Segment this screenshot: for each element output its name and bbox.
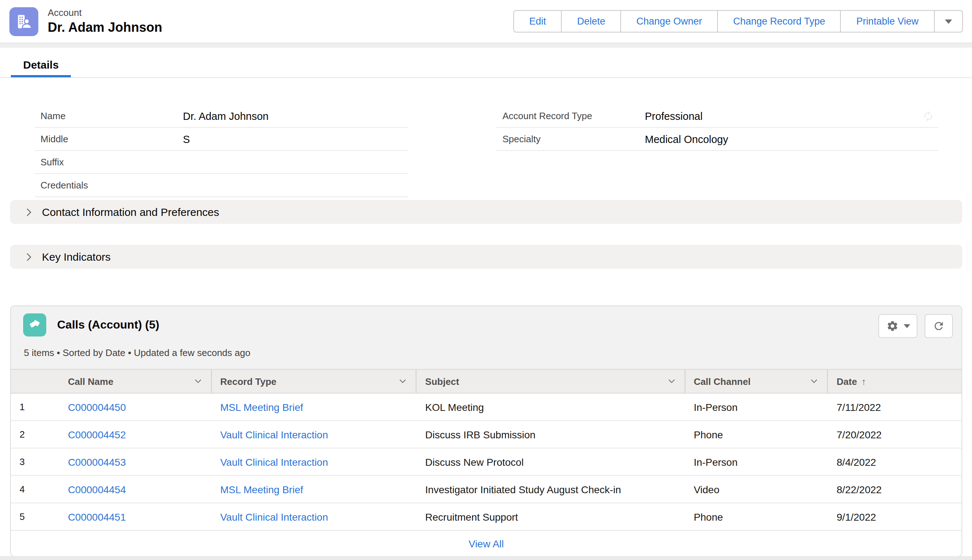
change-owner-button[interactable]: Change Owner — [621, 10, 718, 32]
edit-button[interactable]: Edit — [513, 10, 562, 32]
subject-cell: Recruitment Support — [417, 511, 685, 522]
calls-table-body: 1 C000004450 MSL Meeting Brief KOL Meeti… — [11, 393, 962, 531]
date-cell: 9/1/2022 — [828, 511, 962, 522]
subject-cell: Discuss IRB Submission — [417, 428, 685, 440]
call-channel-cell: In-Person — [685, 401, 828, 413]
section-contact-information[interactable]: Contact Information and Preferences — [10, 200, 962, 224]
date-cell: 8/22/2022 — [828, 483, 962, 495]
field-label: Name — [40, 110, 183, 121]
page-title: Dr. Adam Johnson — [48, 20, 513, 35]
account-record-page: Account Dr. Adam Johnson Edit Delete Cha… — [0, 0, 972, 560]
related-list-title[interactable]: Calls (Account) (5) — [57, 318, 159, 332]
sort-ascending-icon: ↑ — [862, 376, 866, 387]
calls-related-list-card: Calls (Account) (5) 5 items • Sorted by … — [10, 305, 962, 557]
column-label: Call Name — [68, 376, 114, 387]
calls-icon — [23, 313, 46, 337]
view-all-row: View All — [11, 531, 962, 556]
call-channel-cell: Video — [685, 483, 828, 495]
field-row-specialty: Specialty Medical Oncology — [497, 128, 939, 151]
field-row-credentials: Credentials — [35, 174, 408, 197]
row-number-column-header — [11, 370, 55, 393]
chevron-down-icon[interactable] — [810, 377, 819, 386]
table-row: 4 C000004454 MSL Meeting Brief Investiga… — [11, 476, 962, 503]
more-actions-button[interactable] — [934, 10, 963, 32]
caret-down-icon — [945, 19, 952, 23]
field-label: Suffix — [40, 157, 183, 168]
row-number: 3 — [11, 457, 55, 467]
call-name-link[interactable]: C000004450 — [68, 401, 126, 413]
tab-details[interactable]: Details — [11, 55, 71, 77]
delete-button[interactable]: Delete — [561, 10, 621, 32]
column-header-subject[interactable]: Subject — [417, 370, 685, 393]
record-type-link[interactable]: Vault Clinical Interaction — [220, 456, 328, 468]
chevron-right-icon — [24, 207, 34, 217]
record-type-link[interactable]: MSL Meeting Brief — [220, 401, 303, 413]
details-right-column: Account Record Type Professional Special… — [497, 105, 939, 197]
column-header-call-name[interactable]: Call Name — [55, 370, 211, 393]
calls-table-header: Call Name Record Type Subject Call Chann… — [11, 369, 962, 393]
row-number: 1 — [11, 402, 55, 412]
gear-icon — [886, 320, 898, 332]
row-number: 5 — [11, 511, 55, 522]
details-field-grid: Name Dr. Adam Johnson Middle S Suffix Cr… — [0, 105, 972, 197]
table-row: 2 C000004452 Vault Clinical Interaction … — [11, 421, 962, 448]
field-label: Credentials — [40, 180, 183, 191]
view-all-link[interactable]: View All — [468, 538, 504, 549]
field-value: Dr. Adam Johnson — [183, 110, 269, 122]
field-value: S — [183, 133, 190, 145]
call-channel-cell: Phone — [685, 428, 828, 440]
related-list-meta: 5 items • Sorted by Date • Updated a few… — [24, 347, 251, 358]
field-label: Middle — [40, 133, 183, 144]
column-label: Subject — [425, 376, 459, 387]
record-type-link[interactable]: Vault Clinical Interaction — [220, 511, 328, 522]
call-name-link[interactable]: C000004453 — [68, 456, 126, 468]
chevron-down-icon[interactable] — [193, 377, 202, 386]
table-row: 3 C000004453 Vault Clinical Interaction … — [11, 448, 962, 476]
change-record-type-button[interactable]: Change Record Type — [717, 10, 841, 32]
chevron-right-icon — [24, 252, 34, 262]
calls-card-header: Calls (Account) (5) 5 items • Sorted by … — [11, 306, 962, 369]
table-row: 5 C000004451 Vault Clinical Interaction … — [11, 503, 962, 531]
call-channel-cell: Phone — [685, 511, 828, 522]
subject-cell: KOL Meeting — [417, 401, 685, 413]
record-type-link[interactable]: MSL Meeting Brief — [220, 483, 303, 495]
date-cell: 7/11/2022 — [828, 401, 962, 413]
field-row-suffix: Suffix — [35, 151, 408, 174]
tab-details-label: Details — [23, 58, 59, 71]
caret-down-icon — [903, 324, 910, 328]
field-row-middle: Middle S — [35, 128, 408, 151]
column-header-record-type[interactable]: Record Type — [211, 370, 417, 393]
account-entity-icon — [9, 7, 38, 36]
date-cell: 7/20/2022 — [828, 428, 962, 440]
chevron-down-icon[interactable] — [667, 377, 676, 386]
column-header-date[interactable]: Date ↑ — [828, 370, 962, 393]
column-label: Call Channel — [694, 376, 751, 387]
record-header: Account Dr. Adam Johnson Edit Delete Cha… — [0, 0, 972, 43]
field-row-account-record-type: Account Record Type Professional — [497, 105, 939, 128]
list-settings-button[interactable] — [878, 314, 917, 338]
call-name-link[interactable]: C000004451 — [68, 511, 126, 522]
subject-cell: Discuss New Protocol — [417, 456, 685, 468]
field-value: Medical Oncology — [645, 133, 728, 145]
field-value: Professional — [645, 110, 703, 122]
page-bottom-band — [0, 556, 972, 560]
sync-icon — [922, 110, 934, 122]
call-name-link[interactable]: C000004452 — [68, 428, 126, 440]
building-person-icon — [15, 12, 33, 31]
call-channel-cell: In-Person — [685, 456, 828, 468]
refresh-icon — [933, 320, 945, 332]
column-label: Record Type — [220, 376, 276, 387]
record-action-buttons: Edit Delete Change Owner Change Record T… — [513, 10, 963, 32]
chevron-down-icon[interactable] — [398, 377, 407, 386]
section-key-indicators[interactable]: Key Indicators — [10, 245, 962, 268]
row-number: 2 — [11, 429, 55, 440]
table-row: 1 C000004450 MSL Meeting Brief KOL Meeti… — [11, 393, 962, 421]
call-name-link[interactable]: C000004454 — [68, 483, 126, 495]
column-header-call-channel[interactable]: Call Channel — [685, 370, 828, 393]
section-label: Key Indicators — [42, 250, 110, 263]
section-label: Contact Information and Preferences — [42, 206, 219, 218]
printable-view-button[interactable]: Printable View — [840, 10, 934, 32]
refresh-list-button[interactable] — [925, 314, 953, 338]
record-type-link[interactable]: Vault Clinical Interaction — [220, 428, 328, 440]
details-left-column: Name Dr. Adam Johnson Middle S Suffix Cr… — [35, 105, 408, 197]
